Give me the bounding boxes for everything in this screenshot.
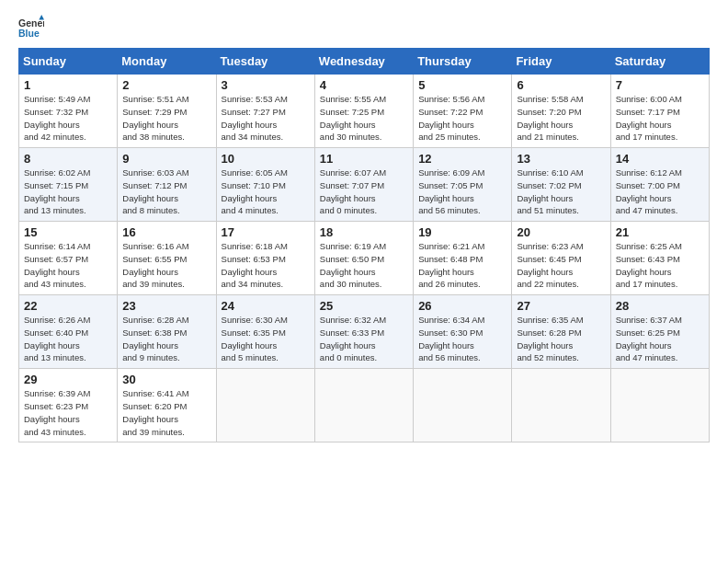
- day-info: Sunrise: 6:07 AMSunset: 7:07 PMDaylight …: [320, 167, 409, 217]
- logo: General Blue: [18, 15, 48, 40]
- day-info: Sunrise: 6:00 AMSunset: 7:17 PMDaylight …: [616, 93, 705, 144]
- calendar-cell: 21 Sunrise: 6:25 AMSunset: 6:43 PMDaylig…: [610, 222, 709, 295]
- calendar-cell: 9 Sunrise: 6:03 AMSunset: 7:12 PMDayligh…: [118, 148, 216, 222]
- day-info: Sunrise: 6:21 AMSunset: 6:48 PMDaylight …: [418, 240, 507, 291]
- day-info: Sunrise: 6:34 AMSunset: 6:30 PMDaylight …: [418, 314, 507, 364]
- day-info: Sunrise: 5:55 AMSunset: 7:25 PMDaylight …: [320, 93, 409, 144]
- day-info: Sunrise: 6:10 AMSunset: 7:02 PMDaylight …: [517, 167, 606, 217]
- weekday-header: Tuesday: [216, 49, 314, 75]
- calendar-cell: 30 Sunrise: 6:41 AMSunset: 6:20 PMDaylig…: [118, 369, 216, 442]
- day-number: 23: [122, 299, 211, 313]
- day-info: Sunrise: 6:28 AMSunset: 6:38 PMDaylight …: [122, 314, 211, 364]
- day-number: 2: [122, 78, 211, 92]
- weekday-header: Friday: [512, 49, 610, 75]
- calendar-cell: [610, 369, 709, 442]
- day-number: 17: [222, 225, 311, 239]
- calendar-cell: 18 Sunrise: 6:19 AMSunset: 6:50 PMDaylig…: [314, 222, 413, 295]
- calendar-cell: 19 Sunrise: 6:21 AMSunset: 6:48 PMDaylig…: [414, 222, 512, 295]
- day-info: Sunrise: 6:37 AMSunset: 6:25 PMDaylight …: [616, 314, 705, 364]
- day-number: 8: [24, 152, 113, 166]
- day-info: Sunrise: 6:25 AMSunset: 6:43 PMDaylight …: [616, 240, 705, 291]
- calendar-cell: 6 Sunrise: 5:58 AMSunset: 7:20 PMDayligh…: [512, 75, 610, 148]
- calendar-cell: 25 Sunrise: 6:32 AMSunset: 6:33 PMDaylig…: [314, 295, 413, 369]
- calendar-table: SundayMondayTuesdayWednesdayThursdayFrid…: [18, 48, 710, 442]
- day-number: 11: [320, 152, 409, 166]
- day-info: Sunrise: 6:05 AMSunset: 7:10 PMDaylight …: [222, 167, 311, 217]
- day-number: 28: [616, 299, 705, 313]
- calendar-cell: 17 Sunrise: 6:18 AMSunset: 6:53 PMDaylig…: [216, 222, 314, 295]
- day-number: 1: [24, 78, 113, 92]
- header: General Blue: [18, 15, 710, 40]
- day-number: 16: [122, 225, 211, 239]
- calendar-week: 15 Sunrise: 6:14 AMSunset: 6:57 PMDaylig…: [19, 222, 710, 295]
- day-number: 3: [222, 78, 311, 92]
- day-number: 12: [418, 152, 507, 166]
- day-number: 22: [24, 299, 113, 313]
- day-info: Sunrise: 6:19 AMSunset: 6:50 PMDaylight …: [320, 240, 409, 291]
- day-info: Sunrise: 6:18 AMSunset: 6:53 PMDaylight …: [222, 240, 311, 291]
- calendar-week: 22 Sunrise: 6:26 AMSunset: 6:40 PMDaylig…: [19, 295, 710, 369]
- weekday-header: Thursday: [414, 49, 512, 75]
- day-info: Sunrise: 6:14 AMSunset: 6:57 PMDaylight …: [24, 240, 113, 291]
- logo-icon: General Blue: [18, 15, 44, 40]
- weekday-header: Sunday: [19, 49, 118, 75]
- day-number: 24: [222, 299, 311, 313]
- day-number: 14: [616, 152, 705, 166]
- day-number: 30: [122, 373, 211, 386]
- calendar-cell: 15 Sunrise: 6:14 AMSunset: 6:57 PMDaylig…: [19, 222, 118, 295]
- day-number: 26: [418, 299, 507, 313]
- day-info: Sunrise: 6:03 AMSunset: 7:12 PMDaylight …: [122, 167, 211, 217]
- calendar-cell: 20 Sunrise: 6:23 AMSunset: 6:45 PMDaylig…: [512, 222, 610, 295]
- calendar-cell: 13 Sunrise: 6:10 AMSunset: 7:02 PMDaylig…: [512, 148, 610, 222]
- calendar-cell: 27 Sunrise: 6:35 AMSunset: 6:28 PMDaylig…: [512, 295, 610, 369]
- day-number: 15: [24, 225, 113, 239]
- calendar-cell: 1 Sunrise: 5:49 AMSunset: 7:32 PMDayligh…: [19, 75, 118, 148]
- day-info: Sunrise: 6:41 AMSunset: 6:20 PMDaylight …: [122, 387, 211, 438]
- day-info: Sunrise: 6:09 AMSunset: 7:05 PMDaylight …: [418, 167, 507, 217]
- header-row: SundayMondayTuesdayWednesdayThursdayFrid…: [19, 49, 710, 75]
- day-number: 20: [517, 225, 606, 239]
- day-number: 5: [418, 78, 507, 92]
- calendar-cell: 24 Sunrise: 6:30 AMSunset: 6:35 PMDaylig…: [216, 295, 314, 369]
- day-number: 9: [122, 152, 211, 166]
- day-info: Sunrise: 6:26 AMSunset: 6:40 PMDaylight …: [24, 314, 113, 364]
- day-info: Sunrise: 5:53 AMSunset: 7:27 PMDaylight …: [222, 93, 311, 144]
- calendar-week: 1 Sunrise: 5:49 AMSunset: 7:32 PMDayligh…: [19, 75, 710, 148]
- calendar-cell: [512, 369, 610, 442]
- day-number: 7: [616, 78, 705, 92]
- calendar-cell: 3 Sunrise: 5:53 AMSunset: 7:27 PMDayligh…: [216, 75, 314, 148]
- day-number: 18: [320, 225, 409, 239]
- calendar-cell: 4 Sunrise: 5:55 AMSunset: 7:25 PMDayligh…: [314, 75, 413, 148]
- weekday-header: Wednesday: [314, 49, 413, 75]
- day-number: 29: [24, 373, 113, 386]
- svg-text:Blue: Blue: [18, 28, 40, 39]
- day-info: Sunrise: 6:30 AMSunset: 6:35 PMDaylight …: [222, 314, 311, 364]
- day-info: Sunrise: 5:56 AMSunset: 7:22 PMDaylight …: [418, 93, 507, 144]
- calendar-cell: 23 Sunrise: 6:28 AMSunset: 6:38 PMDaylig…: [118, 295, 216, 369]
- day-info: Sunrise: 6:32 AMSunset: 6:33 PMDaylight …: [320, 314, 409, 364]
- day-number: 6: [517, 78, 606, 92]
- day-number: 10: [222, 152, 311, 166]
- day-info: Sunrise: 5:51 AMSunset: 7:29 PMDaylight …: [122, 93, 211, 144]
- weekday-header: Saturday: [610, 49, 709, 75]
- calendar-cell: 5 Sunrise: 5:56 AMSunset: 7:22 PMDayligh…: [414, 75, 512, 148]
- day-info: Sunrise: 6:39 AMSunset: 6:23 PMDaylight …: [24, 387, 113, 438]
- day-number: 25: [320, 299, 409, 313]
- calendar-cell: 11 Sunrise: 6:07 AMSunset: 7:07 PMDaylig…: [314, 148, 413, 222]
- calendar-cell: [314, 369, 413, 442]
- calendar-cell: 12 Sunrise: 6:09 AMSunset: 7:05 PMDaylig…: [414, 148, 512, 222]
- day-info: Sunrise: 6:23 AMSunset: 6:45 PMDaylight …: [517, 240, 606, 291]
- day-number: 21: [616, 225, 705, 239]
- day-number: 19: [418, 225, 507, 239]
- day-info: Sunrise: 5:49 AMSunset: 7:32 PMDaylight …: [24, 93, 113, 144]
- day-info: Sunrise: 6:02 AMSunset: 7:15 PMDaylight …: [24, 167, 113, 217]
- calendar-cell: 14 Sunrise: 6:12 AMSunset: 7:00 PMDaylig…: [610, 148, 709, 222]
- calendar-cell: 16 Sunrise: 6:16 AMSunset: 6:55 PMDaylig…: [118, 222, 216, 295]
- day-number: 27: [517, 299, 606, 313]
- day-info: Sunrise: 6:16 AMSunset: 6:55 PMDaylight …: [122, 240, 211, 291]
- calendar-cell: 2 Sunrise: 5:51 AMSunset: 7:29 PMDayligh…: [118, 75, 216, 148]
- calendar-cell: 26 Sunrise: 6:34 AMSunset: 6:30 PMDaylig…: [414, 295, 512, 369]
- calendar-cell: [414, 369, 512, 442]
- day-number: 4: [320, 78, 409, 92]
- day-number: 13: [517, 152, 606, 166]
